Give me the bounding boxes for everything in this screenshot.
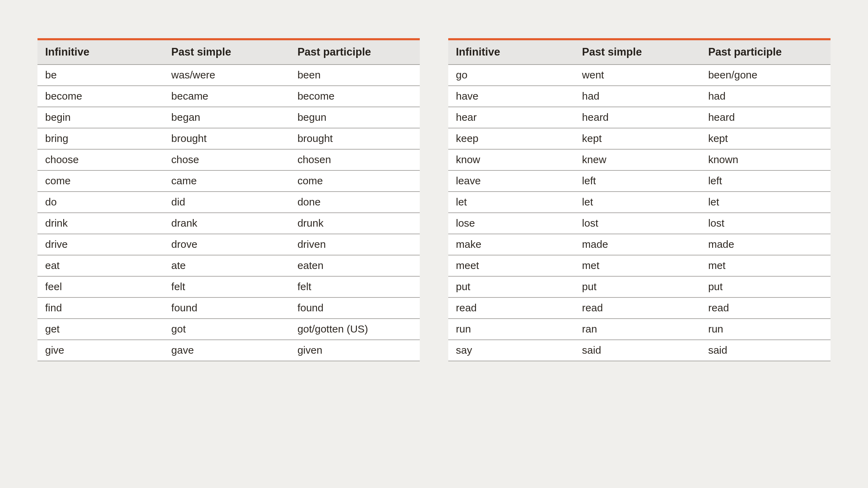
table-header-row: Infinitive Past simple Past participle	[448, 40, 831, 65]
cell-past-simple: felt	[164, 276, 290, 297]
table-header-row: Infinitive Past simple Past participle	[37, 40, 420, 65]
cell-infinitive: keep	[448, 128, 574, 149]
cell-infinitive: have	[448, 86, 574, 107]
cell-past-participle: kept	[701, 128, 831, 149]
table-row: runranrun	[448, 319, 831, 340]
table-row: comecamecome	[37, 170, 420, 192]
cell-infinitive: drive	[37, 234, 164, 255]
table-row: feelfeltfelt	[37, 276, 420, 297]
table-row: choosechosechosen	[37, 149, 420, 170]
table-row: bringbroughtbrought	[37, 128, 420, 149]
table-row: keepkeptkept	[448, 128, 831, 149]
cell-infinitive: feel	[37, 276, 164, 297]
table-row: hearheardheard	[448, 107, 831, 128]
table-row: findfoundfound	[37, 297, 420, 319]
cell-infinitive: lose	[448, 213, 574, 234]
cell-infinitive: come	[37, 170, 164, 192]
cell-past-simple: met	[574, 255, 700, 276]
cell-past-participle: got/gotten (US)	[290, 319, 420, 340]
col-past-participle: Past participle	[290, 40, 420, 65]
table-row: becomebecamebecome	[37, 86, 420, 107]
cell-past-participle: been/gone	[701, 65, 831, 86]
cell-past-participle: done	[290, 192, 420, 213]
verb-table-right: Infinitive Past simple Past participle g…	[448, 38, 831, 488]
cell-infinitive: know	[448, 149, 574, 170]
cell-infinitive: hear	[448, 107, 574, 128]
cell-past-simple: left	[574, 170, 700, 192]
cell-past-simple: did	[164, 192, 290, 213]
cell-past-simple: chose	[164, 149, 290, 170]
table-row: getgotgot/gotten (US)	[37, 319, 420, 340]
cell-infinitive: drink	[37, 213, 164, 234]
cell-past-simple: ate	[164, 255, 290, 276]
cell-past-simple: began	[164, 107, 290, 128]
page: Infinitive Past simple Past participle b…	[0, 0, 868, 488]
col-past-simple: Past simple	[574, 40, 700, 65]
table: Infinitive Past simple Past participle b…	[37, 40, 420, 361]
table-row: eatateeaten	[37, 255, 420, 276]
cell-infinitive: find	[37, 297, 164, 319]
table-row: dodiddone	[37, 192, 420, 213]
cell-past-participle: driven	[290, 234, 420, 255]
table-row: drinkdrankdrunk	[37, 213, 420, 234]
cell-past-participle: drunk	[290, 213, 420, 234]
cell-past-simple: came	[164, 170, 290, 192]
cell-infinitive: get	[37, 319, 164, 340]
cell-past-simple: brought	[164, 128, 290, 149]
cell-past-simple: lost	[574, 213, 700, 234]
cell-past-simple: found	[164, 297, 290, 319]
table-row: saysaidsaid	[448, 340, 831, 361]
cell-past-simple: drank	[164, 213, 290, 234]
cell-past-simple: became	[164, 86, 290, 107]
table-row: putputput	[448, 276, 831, 297]
table-row: loselostlost	[448, 213, 831, 234]
cell-past-participle: come	[290, 170, 420, 192]
cell-past-simple: drove	[164, 234, 290, 255]
cell-infinitive: choose	[37, 149, 164, 170]
col-infinitive: Infinitive	[37, 40, 164, 65]
col-past-simple: Past simple	[164, 40, 290, 65]
cell-infinitive: do	[37, 192, 164, 213]
cell-past-participle: run	[701, 319, 831, 340]
table-row: knowknewknown	[448, 149, 831, 170]
table-row: gowentbeen/gone	[448, 65, 831, 86]
cell-past-participle: left	[701, 170, 831, 192]
cell-past-simple: heard	[574, 107, 700, 128]
cell-past-participle: lost	[701, 213, 831, 234]
cell-past-participle: begun	[290, 107, 420, 128]
verb-table-left: Infinitive Past simple Past participle b…	[37, 38, 420, 488]
cell-past-participle: let	[701, 192, 831, 213]
cell-past-simple: was/were	[164, 65, 290, 86]
cell-past-participle: felt	[290, 276, 420, 297]
cell-infinitive: go	[448, 65, 574, 86]
cell-past-simple: had	[574, 86, 700, 107]
col-infinitive: Infinitive	[448, 40, 574, 65]
table-row: givegavegiven	[37, 340, 420, 361]
table-row: makemademade	[448, 234, 831, 255]
cell-past-simple: gave	[164, 340, 290, 361]
cell-past-participle: known	[701, 149, 831, 170]
cell-past-participle: eaten	[290, 255, 420, 276]
cell-past-simple: went	[574, 65, 700, 86]
cell-past-participle: said	[701, 340, 831, 361]
table-row: drivedrovedriven	[37, 234, 420, 255]
cell-past-participle: given	[290, 340, 420, 361]
cell-past-participle: heard	[701, 107, 831, 128]
cell-past-simple: said	[574, 340, 700, 361]
cell-infinitive: meet	[448, 255, 574, 276]
table-row: beginbeganbegun	[37, 107, 420, 128]
cell-infinitive: eat	[37, 255, 164, 276]
cell-past-participle: had	[701, 86, 831, 107]
cell-past-participle: found	[290, 297, 420, 319]
cell-past-simple: ran	[574, 319, 700, 340]
cell-past-participle: put	[701, 276, 831, 297]
table: Infinitive Past simple Past participle g…	[448, 40, 831, 361]
cell-infinitive: let	[448, 192, 574, 213]
cell-past-simple: kept	[574, 128, 700, 149]
cell-past-participle: become	[290, 86, 420, 107]
cell-past-participle: been	[290, 65, 420, 86]
cell-past-simple: put	[574, 276, 700, 297]
cell-past-participle: met	[701, 255, 831, 276]
cell-past-simple: got	[164, 319, 290, 340]
cell-infinitive: become	[37, 86, 164, 107]
